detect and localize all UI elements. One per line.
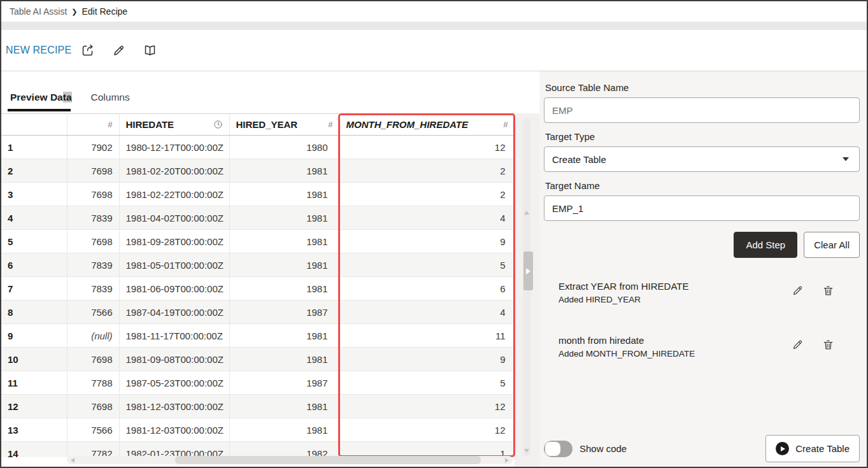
page-divider-strip [1,22,867,30]
hired-year-cell: 1981 [229,183,339,206]
column-header-hiredate[interactable]: HIREDATE [119,114,229,136]
hiredate-cell: 1981-04-02T00:00:00Z [119,206,229,230]
step-text: Extract YEAR from HIREDATE Added HIRED_Y… [559,281,689,304]
empno-cell: 7566 [67,418,119,442]
grid-body: 1 7902 1980-12-17T00:00:00Z 1980 12 2 76… [1,136,515,458]
month-from-hiredate-cell: 12 [339,418,515,442]
hiredate-cell: 1981-05-01T00:00:00Z [119,253,229,277]
table-row: 12 7698 1981-12-03T00:00:00Z 1981 12 [1,395,515,418]
hiredate-cell: 1981-11-17T00:00:00Z [119,324,229,348]
step-actions: Add Step Clear All [544,232,860,258]
empno-cell: 7698 [67,348,119,371]
target-type-label: Target Type [545,131,860,142]
step-text: month from hiredate Added MONTH_FROM_HIR… [559,335,695,358]
row-number-cell: 11 [1,371,67,395]
tab-preview-data-label: Preview Data [10,92,72,103]
hired-year-cell: 1987 [229,371,339,395]
hiredate-cell: 1981-09-28T00:00:00Z [119,230,229,253]
table-row: 11 7788 1987-05-23T00:00:00Z 1987 5 [1,371,515,395]
hiredate-cell: 1981-12-03T00:00:00Z [119,418,229,442]
clear-all-button[interactable]: Clear All [804,232,860,258]
source-table-input[interactable]: EMP [544,97,860,123]
step-subtitle: Added MONTH_FROM_HIREDATE [559,349,695,358]
create-table-button[interactable]: Create Table [765,435,860,462]
hired-year-cell: 1981 [229,277,339,301]
scroll-down-arrow[interactable] [524,449,529,453]
column-header-hired-year[interactable]: HIRED_YEAR # [229,114,339,136]
row-number-cell: 2 [1,159,67,183]
tab-columns[interactable]: Columns [91,71,130,103]
recipe-step: Extract YEAR from HIREDATE Added HIRED_Y… [559,281,860,304]
preview-card: Preview Data Columns # [1,71,539,467]
table-row: 9 (null) 1981-11-17T00:00:00Z 1981 11 [1,324,515,348]
delete-step-button[interactable] [822,339,834,353]
add-step-button[interactable]: Add Step [734,232,797,258]
edit-recipe-button[interactable] [111,43,127,59]
active-tab-underline [8,109,71,111]
hired-year-cell: 1981 [229,206,339,230]
source-table-label: Source Table Name [545,82,860,93]
hiredate-cell: 1987-04-19T00:00:00Z [119,301,229,324]
horizontal-scroll-thumb[interactable] [175,456,481,464]
steps-list: Extract YEAR from HIREDATE Added HIRED_Y… [544,281,860,358]
hiredate-cell: 1981-02-20T00:00:00Z [119,159,229,183]
book-icon [143,44,157,57]
recipe-docs-button[interactable] [142,43,158,59]
export-recipe-button[interactable] [80,43,96,59]
month-from-hiredate-cell: 2 [339,183,515,206]
show-code-toggle[interactable] [544,441,573,457]
empno-cell: 7698 [67,159,119,183]
edit-step-button[interactable] [792,285,804,299]
hiredate-cell: 1981-02-22T00:00:00Z [119,183,229,206]
target-type-select[interactable]: Create Table [544,146,860,172]
data-grid: # HIREDATE HIRED_YEAR # [1,113,515,457]
empno-cell: 7566 [67,301,119,324]
play-icon [776,442,789,455]
hired-year-cell: 1981 [229,418,339,442]
breadcrumb: Table AI Assist ❯ Edit Recipe [1,1,867,22]
empno-cell: 7839 [67,253,119,277]
pencil-icon [792,339,804,351]
empno-cell: 7782 [67,442,119,458]
step-subtitle: Added HIRED_YEAR [559,295,689,304]
table-row: 1 7902 1980-12-17T00:00:00Z 1980 12 [1,136,515,159]
clock-icon [213,120,223,129]
scroll-right-arrow[interactable] [505,458,509,463]
empno-cell: 7839 [67,277,119,301]
trash-icon [822,339,834,351]
scroll-left-arrow[interactable] [71,458,75,463]
hiredate-cell: 1987-05-23T00:00:00Z [119,371,229,395]
target-name-input[interactable]: EMP_1 [544,195,860,221]
row-number-cell: 12 [1,395,67,418]
row-number-cell: 5 [1,230,67,253]
recipe-step: month from hiredate Added MONTH_FROM_HIR… [559,335,860,358]
scroll-up-arrow[interactable] [524,211,529,215]
table-row: 6 7839 1981-05-01T00:00:00Z 1981 5 [1,253,515,277]
row-number-cell: 4 [1,206,67,230]
hired-year-cell: 1981 [229,348,339,371]
edit-step-button[interactable] [792,339,804,353]
row-number-cell: 7 [1,277,67,301]
row-number-cell: 9 [1,324,67,348]
tab-preview-data[interactable]: Preview Data [10,71,72,111]
chevron-right-icon: ❯ [71,8,77,16]
month-from-hiredate-cell: 12 [339,136,515,159]
row-number-cell: 14 [1,442,67,458]
month-from-hiredate-cell: 12 [339,395,515,418]
empno-cell: (null) [67,324,119,348]
delete-step-button[interactable] [822,285,834,299]
panel-footer: Show code Create Table [544,435,860,462]
column-header-month-from-hiredate[interactable]: MONTH_FROM_HIREDATE # [339,114,515,136]
empno-cell: 7839 [67,206,119,230]
chevron-down-icon [843,157,849,161]
row-number-cell: 1 [1,136,67,159]
column-header-empno[interactable]: # [67,114,119,136]
table-row: 13 7566 1981-12-03T00:00:00Z 1981 12 [1,418,515,442]
empno-cell: 7698 [67,183,119,206]
splitter-collapse-handle[interactable] [523,252,533,290]
recipe-toolbar: NEW RECIPE [1,30,867,71]
breadcrumb-parent[interactable]: Table AI Assist [10,6,67,17]
column-header-rownum [1,114,67,136]
hiredate-cell: 1981-09-08T00:00:00Z [119,348,229,371]
horizontal-scrollbar[interactable] [67,456,513,464]
